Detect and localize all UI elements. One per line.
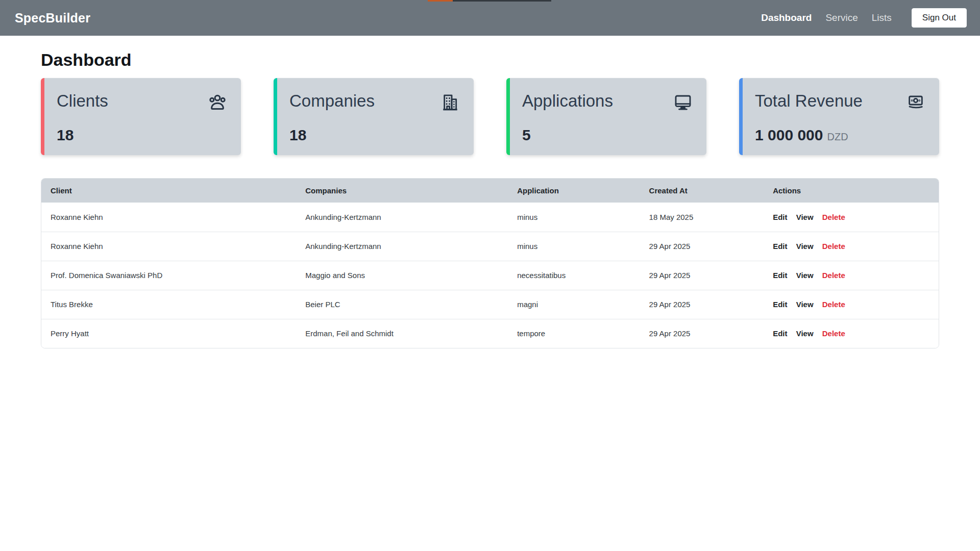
cell-created-at: 29 Apr 2025 [640,290,764,319]
nav-item-lists[interactable]: Lists [872,12,892,23]
cell-actions: Edit View Delete [764,261,939,290]
stat-card-applications: Applications 5 [506,78,706,155]
cell-created-at: 29 Apr 2025 [640,319,764,348]
delete-link[interactable]: Delete [822,242,845,251]
cell-client: Perry Hyatt [41,319,296,348]
buildings-icon [440,92,460,113]
stat-cards: Clients 18 Companies [41,78,939,155]
table-row: Roxanne Kiehn Ankunding-Kertzmann minus … [41,232,939,261]
main-content: Dashboard Clients 18 Companies [41,50,939,348]
table-row: Roxanne Kiehn Ankunding-Kertzmann minus … [41,203,939,232]
page-title: Dashboard [41,50,939,70]
top-navbar: SpecBuilder Dashboard Service Lists Sign… [0,0,980,36]
table-row: Perry Hyatt Erdman, Feil and Schmidt tem… [41,319,939,348]
view-link[interactable]: View [796,242,814,251]
edit-link[interactable]: Edit [773,242,787,251]
sign-out-button[interactable]: Sign Out [912,8,967,28]
delete-link[interactable]: Delete [822,213,845,221]
cell-client: Roxanne Kiehn [41,203,296,232]
people-icon [207,92,228,113]
col-header-application: Application [508,179,640,203]
cell-client: Roxanne Kiehn [41,232,296,261]
cell-actions: Edit View Delete [764,290,939,319]
col-header-companies: Companies [296,179,508,203]
display-icon [673,92,693,113]
stat-card-total-revenue: Total Revenue 1 000 000DZD [739,78,939,155]
table-row: Titus Brekke Beier PLC magni 29 Apr 2025… [41,290,939,319]
edit-link[interactable]: Edit [773,271,787,280]
top-edge-artifact-orange [428,0,453,2]
view-link[interactable]: View [796,271,814,280]
view-link[interactable]: View [796,213,814,221]
navbar-links: Dashboard Service Lists Sign Out [761,8,967,28]
cell-created-at: 29 Apr 2025 [640,261,764,290]
cell-actions: Edit View Delete [764,319,939,348]
currency-unit: DZD [827,131,848,142]
revenue-amount: 1 000 000 [755,127,823,143]
stat-card-value: 18 [57,128,228,145]
table-row: Prof. Domenica Swaniawski PhD Maggio and… [41,261,939,290]
view-link[interactable]: View [796,329,814,338]
stat-card-title: Applications [522,91,613,111]
delete-link[interactable]: Delete [822,329,845,338]
stat-card-value: 18 [289,128,460,145]
stat-card-title: Clients [57,91,108,111]
view-link[interactable]: View [796,300,814,309]
delete-link[interactable]: Delete [822,271,845,280]
cell-company: Erdman, Feil and Schmidt [296,319,508,348]
cell-company: Ankunding-Kertzmann [296,203,508,232]
stat-card-title: Companies [289,91,375,111]
stat-card-title: Total Revenue [755,91,863,111]
cell-created-at: 29 Apr 2025 [640,232,764,261]
col-header-actions: Actions [764,179,939,203]
edit-link[interactable]: Edit [773,213,787,221]
stat-card-value: 5 [522,128,693,145]
cell-client: Titus Brekke [41,290,296,319]
cell-application: minus [508,203,640,232]
table-header-row: Client Companies Application Created At … [41,179,939,203]
cell-application: minus [508,232,640,261]
cell-application: tempore [508,319,640,348]
edit-link[interactable]: Edit [773,329,787,338]
stat-card-companies: Companies [274,78,474,155]
cash-icon [905,92,926,113]
cell-application: necessitatibus [508,261,640,290]
brand-logo[interactable]: SpecBuilder [15,11,90,26]
delete-link[interactable]: Delete [822,300,845,309]
cell-client: Prof. Domenica Swaniawski PhD [41,261,296,290]
cell-application: magni [508,290,640,319]
col-header-created-at: Created At [640,179,764,203]
nav-item-dashboard[interactable]: Dashboard [761,12,812,23]
stat-card-clients: Clients 18 [41,78,241,155]
top-edge-artifact-dark [453,0,551,2]
cell-actions: Edit View Delete [764,203,939,232]
cell-company: Beier PLC [296,290,508,319]
cell-company: Ankunding-Kertzmann [296,232,508,261]
col-header-client: Client [41,179,296,203]
records-table-container: Client Companies Application Created At … [41,178,939,348]
edit-link[interactable]: Edit [773,300,787,309]
cell-actions: Edit View Delete [764,232,939,261]
records-table: Client Companies Application Created At … [41,179,939,348]
stat-card-value: 1 000 000DZD [755,128,926,145]
nav-item-service[interactable]: Service [825,12,857,23]
cell-created-at: 18 May 2025 [640,203,764,232]
cell-company: Maggio and Sons [296,261,508,290]
